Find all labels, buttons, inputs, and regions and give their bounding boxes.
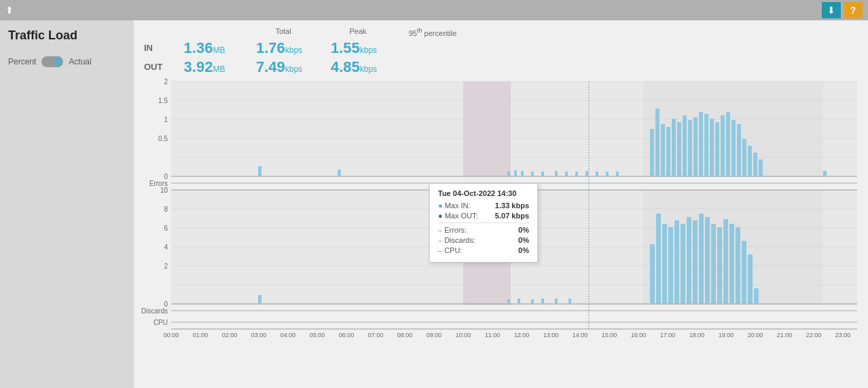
svg-rect-19 bbox=[338, 170, 341, 176]
svg-rect-92 bbox=[711, 224, 716, 304]
chart-area: Total Peak 95th percentile IN 1.36MB 1.7… bbox=[134, 20, 868, 388]
svg-rect-76 bbox=[507, 299, 510, 304]
svg-rect-75 bbox=[258, 295, 261, 304]
svg-rect-51 bbox=[753, 153, 757, 176]
svg-text:14:00: 14:00 bbox=[573, 332, 588, 338]
top-bar-left: ⬆ bbox=[5, 5, 14, 16]
svg-rect-95 bbox=[729, 224, 734, 304]
sidebar: Traffic Load Percent Actual bbox=[0, 20, 134, 388]
top-bar: ⬆ ⬇ ? bbox=[0, 0, 868, 20]
tooltip-cpu-row: –CPU: 0% bbox=[438, 246, 529, 254]
svg-rect-93 bbox=[717, 227, 722, 304]
svg-text:10: 10 bbox=[160, 187, 168, 194]
svg-rect-82 bbox=[650, 244, 655, 304]
svg-rect-3 bbox=[487, 81, 511, 176]
svg-text:13:00: 13:00 bbox=[543, 332, 559, 338]
svg-text:17:00: 17:00 bbox=[660, 332, 676, 338]
svg-text:18:00: 18:00 bbox=[689, 332, 705, 338]
collapse-icon[interactable]: ⬆ bbox=[5, 5, 14, 16]
download-button[interactable]: ⬇ bbox=[822, 2, 841, 18]
svg-text:0.5: 0.5 bbox=[158, 135, 168, 142]
page-title: Traffic Load bbox=[8, 28, 126, 43]
out-p95: 4.85kbps bbox=[317, 59, 391, 75]
svg-rect-81 bbox=[568, 298, 571, 304]
svg-rect-79 bbox=[541, 298, 544, 304]
stat-col-total: Total bbox=[246, 27, 321, 39]
svg-rect-38 bbox=[683, 115, 687, 176]
svg-text:16:00: 16:00 bbox=[631, 332, 647, 338]
svg-rect-26 bbox=[565, 172, 568, 176]
svg-rect-77 bbox=[518, 298, 520, 304]
svg-text:Discards: Discards bbox=[141, 307, 168, 315]
svg-text:23:00: 23:00 bbox=[835, 332, 851, 338]
svg-rect-88 bbox=[687, 217, 691, 304]
svg-rect-99 bbox=[754, 288, 759, 304]
tooltip-max-out-value: 5.07 kbps bbox=[495, 212, 529, 220]
svg-text:4: 4 bbox=[164, 244, 168, 251]
svg-rect-35 bbox=[666, 127, 670, 176]
toggle-row: Percent Actual bbox=[8, 56, 126, 67]
svg-text:20:00: 20:00 bbox=[748, 332, 763, 338]
svg-rect-50 bbox=[748, 146, 752, 176]
help-button[interactable]: ? bbox=[844, 2, 863, 18]
svg-rect-22 bbox=[521, 171, 524, 176]
svg-text:00:00: 00:00 bbox=[164, 332, 179, 338]
col-total-label: Total bbox=[246, 27, 321, 35]
svg-rect-37 bbox=[677, 122, 681, 176]
tooltip-discards-row: –Discards: 0% bbox=[438, 236, 529, 244]
svg-rect-29 bbox=[596, 172, 598, 176]
svg-rect-46 bbox=[726, 112, 730, 176]
svg-text:02:00: 02:00 bbox=[222, 332, 238, 338]
chart-container[interactable]: 2 1.5 1 0.5 0 IN kbps bbox=[137, 78, 861, 343]
svg-text:10:00: 10:00 bbox=[456, 332, 471, 338]
svg-text:03:00: 03:00 bbox=[251, 332, 267, 338]
tooltip-max-out-label: ●Max OUT: bbox=[438, 212, 478, 220]
svg-text:1: 1 bbox=[164, 116, 168, 123]
svg-text:6: 6 bbox=[164, 225, 168, 232]
svg-rect-32 bbox=[650, 129, 654, 176]
svg-text:2: 2 bbox=[164, 78, 168, 85]
svg-rect-30 bbox=[606, 172, 609, 176]
svg-text:8: 8 bbox=[164, 206, 168, 213]
tooltip-max-in-value: 1.33 kbps bbox=[495, 201, 529, 210]
svg-rect-33 bbox=[655, 109, 659, 176]
tooltip-errors-row: –Errors: 0% bbox=[438, 226, 529, 234]
svg-rect-53 bbox=[823, 171, 827, 176]
svg-rect-90 bbox=[699, 214, 704, 304]
svg-rect-47 bbox=[731, 120, 736, 176]
svg-rect-44 bbox=[715, 122, 719, 176]
svg-rect-85 bbox=[668, 227, 673, 304]
svg-text:15:00: 15:00 bbox=[602, 332, 617, 338]
svg-rect-80 bbox=[555, 298, 558, 304]
svg-rect-84 bbox=[662, 224, 667, 304]
svg-text:06:00: 06:00 bbox=[339, 332, 355, 338]
svg-text:08:00: 08:00 bbox=[397, 332, 413, 338]
svg-rect-97 bbox=[742, 241, 746, 304]
svg-text:1.5: 1.5 bbox=[158, 97, 168, 104]
tooltip-errors-value: 0% bbox=[518, 226, 529, 234]
svg-rect-96 bbox=[736, 227, 740, 304]
out-peak: 7.49kbps bbox=[242, 59, 317, 75]
svg-text:21:00: 21:00 bbox=[777, 332, 793, 338]
svg-rect-49 bbox=[742, 139, 746, 176]
svg-rect-36 bbox=[672, 119, 676, 176]
svg-text:2: 2 bbox=[164, 263, 168, 270]
tooltip-max-in-label: ●Max IN: bbox=[438, 201, 471, 210]
svg-rect-23 bbox=[531, 172, 534, 176]
svg-rect-89 bbox=[693, 220, 698, 304]
in-total: 1.36MB bbox=[167, 40, 242, 56]
svg-rect-83 bbox=[656, 214, 661, 304]
svg-rect-2 bbox=[463, 81, 487, 176]
toggle-switch[interactable] bbox=[41, 56, 63, 67]
svg-rect-18 bbox=[258, 166, 261, 176]
out-total: 3.92MB bbox=[167, 59, 242, 75]
col-p95-label: 95th percentile bbox=[395, 27, 470, 37]
svg-rect-42 bbox=[704, 114, 708, 176]
out-row-label: OUT bbox=[144, 62, 163, 72]
tooltip-title: Tue 04-Oct-2022 14:30 bbox=[438, 189, 529, 197]
svg-text:19:00: 19:00 bbox=[719, 332, 734, 338]
svg-text:12:00: 12:00 bbox=[514, 332, 530, 338]
svg-rect-27 bbox=[575, 172, 578, 176]
svg-text:CPU: CPU bbox=[153, 319, 168, 326]
svg-rect-24 bbox=[541, 172, 544, 176]
